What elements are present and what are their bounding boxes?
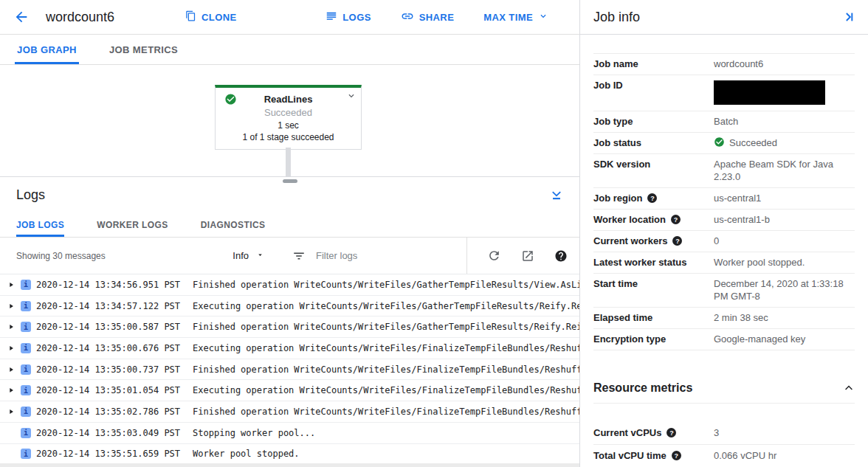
filter-logs-input[interactable]: [316, 250, 449, 261]
page-title: wordcount6: [46, 10, 114, 25]
help-icon[interactable]: [554, 249, 568, 263]
log-timestamp: 2020-12-14 13:34:57.122 PST: [36, 301, 180, 311]
question-help-icon[interactable]: ?: [672, 236, 682, 246]
horizontal-scrollbar[interactable]: [0, 463, 579, 467]
info-row: SDK version Apache Beam SDK for Java 2.2…: [593, 153, 855, 187]
back-arrow-icon[interactable]: [13, 9, 30, 25]
severity-dropdown[interactable]: Info: [232, 250, 264, 261]
logs-icon: [326, 10, 337, 24]
job-info-panel: Job info Job name wordcount6 Job ID Job …: [580, 0, 868, 467]
question-help-icon[interactable]: ?: [671, 215, 681, 224]
tab-diagnostics[interactable]: DIAGNOSTICS: [201, 212, 266, 237]
node-duration: 1 sec: [221, 120, 355, 131]
filter-icon[interactable]: [292, 249, 306, 263]
info-value: Succeeded: [714, 136, 855, 149]
expand-arrow-icon[interactable]: [5, 408, 17, 415]
clone-icon: [185, 10, 196, 24]
logs-panel-title: Logs: [16, 187, 45, 203]
info-value: Worker pool stopped.: [714, 256, 855, 269]
question-help-icon[interactable]: ?: [672, 451, 681, 460]
log-row[interactable]: i 2020-12-14 13:35:00.587 PST Finished o…: [0, 316, 579, 338]
info-value-text: Apache Beam SDK for Java 2.23.0: [714, 158, 855, 183]
log-timestamp: 2020-12-14 13:35:01.054 PST: [36, 385, 180, 395]
info-row: Current workers ? 0: [593, 230, 855, 252]
info-log-icon: i: [21, 428, 31, 438]
info-label: Encryption type: [593, 333, 666, 345]
log-row[interactable]: i 2020-12-14 13:34:56.951 PST Finished o…: [0, 274, 579, 296]
info-row: Job name wordcount6: [593, 53, 855, 75]
expand-arrow-icon[interactable]: [5, 387, 17, 394]
graph-node-readlines[interactable]: ReadLines Succeeded 1 sec 1 of 1 stage s…: [215, 85, 362, 150]
log-row[interactable]: i 2020-12-14 13:35:01.054 PST Executing …: [0, 380, 579, 401]
log-message: Executing operation WriteCounts/WriteFil…: [193, 301, 579, 311]
info-label: Job name: [593, 58, 638, 69]
info-value: December 14, 2020 at 1:33:18 PM GMT-8: [714, 277, 855, 302]
log-message: Executing operation WriteCounts/WriteFil…: [193, 385, 579, 395]
log-row[interactable]: i 2020-12-14 13:34:57.122 PST Executing …: [0, 296, 579, 317]
info-value: [714, 79, 855, 106]
info-label: Job ID: [593, 80, 623, 91]
info-label: Start time: [593, 278, 638, 289]
info-label: Total vCPU time: [593, 450, 666, 461]
expand-arrow-icon[interactable]: [5, 345, 17, 352]
info-value: 3: [714, 426, 855, 439]
collapse-logs-icon[interactable]: [550, 188, 563, 201]
share-button[interactable]: SHARE: [401, 10, 455, 25]
tab-job-logs[interactable]: JOB LOGS: [16, 212, 64, 237]
info-log-icon: i: [21, 364, 31, 375]
expand-arrow-icon[interactable]: [5, 281, 17, 288]
expand-arrow-icon[interactable]: [5, 366, 17, 373]
share-link-icon: [401, 10, 414, 25]
severity-value: Info: [232, 250, 249, 261]
chevron-up-icon[interactable]: [843, 382, 855, 394]
chevron-down-icon: [538, 11, 548, 24]
clone-label: CLONE: [202, 12, 237, 23]
log-message: Worker pool stopped.: [193, 449, 300, 459]
clone-button[interactable]: CLONE: [185, 10, 237, 24]
log-row[interactable]: i 2020-12-14 13:35:00.676 PST Executing …: [0, 338, 579, 359]
tab-worker-logs[interactable]: WORKER LOGS: [97, 212, 168, 237]
log-row[interactable]: i 2020-12-14 13:35:03.049 PST Stopping w…: [0, 423, 579, 444]
info-value-text: 0: [714, 235, 719, 247]
question-help-icon[interactable]: ?: [666, 428, 676, 437]
resource-metrics-title: Resource metrics: [593, 381, 692, 395]
info-value: Apache Beam SDK for Java 2.23.0: [714, 158, 855, 183]
info-value: 2 min 38 sec: [714, 311, 855, 324]
expand-arrow-icon[interactable]: [5, 323, 17, 331]
log-row[interactable]: i 2020-12-14 13:35:00.737 PST Finished o…: [0, 359, 579, 381]
info-value: wordcount6: [714, 58, 855, 70]
collapse-panel-icon[interactable]: [842, 10, 855, 24]
info-row: Latest worker status Worker pool stopped…: [593, 252, 855, 273]
question-help-icon[interactable]: ?: [647, 193, 657, 203]
info-row: Job region ? us-central1: [593, 187, 855, 209]
panel-resize-handle[interactable]: [283, 179, 297, 183]
info-label: Job type: [593, 116, 633, 127]
expand-arrow-icon[interactable]: [5, 302, 17, 310]
job-graph-canvas[interactable]: ReadLines Succeeded 1 sec 1 of 1 stage s…: [0, 65, 579, 176]
tab-job-metrics[interactable]: JOB METRICS: [107, 35, 180, 64]
log-timestamp: 2020-12-14 13:35:03.049 PST: [36, 428, 180, 438]
log-message: Executing operation WriteCounts/WriteFil…: [193, 343, 579, 353]
logs-button[interactable]: LOGS: [326, 10, 371, 24]
log-row[interactable]: i 2020-12-14 13:35:02.786 PST Finished o…: [0, 401, 579, 423]
app-header: wordcount6 CLONE LOGS SHARE MAX TIME: [0, 0, 579, 35]
node-expand-chevron-icon[interactable]: [346, 91, 356, 104]
refresh-icon[interactable]: [487, 249, 501, 263]
info-log-icon: i: [21, 343, 31, 353]
log-message: Finished operation WriteCounts/WriteFile…: [193, 407, 579, 417]
log-timestamp: 2020-12-14 13:35:00.587 PST: [36, 322, 180, 332]
info-value: Google-managed key: [714, 333, 855, 345]
open-in-new-icon[interactable]: [521, 249, 534, 263]
job-info-table: Job name wordcount6 Job ID Job type Batc…: [593, 53, 855, 350]
log-timestamp: 2020-12-14 13:35:00.737 PST: [36, 364, 180, 375]
info-row: Elapsed time 2 min 38 sec: [593, 307, 855, 328]
info-label: Job region: [593, 193, 642, 204]
info-label: Job status: [593, 137, 641, 148]
info-log-icon: i: [21, 407, 31, 417]
info-label: Elapsed time: [593, 312, 652, 323]
tab-job-graph[interactable]: JOB GRAPH: [15, 35, 79, 64]
max-time-dropdown[interactable]: MAX TIME: [483, 11, 548, 24]
info-value-text: 2 min 38 sec: [714, 311, 768, 324]
info-row: Current vCPUs ? 3: [593, 422, 855, 444]
log-row[interactable]: i 2020-12-14 13:35:51.659 PST Worker poo…: [0, 444, 579, 464]
